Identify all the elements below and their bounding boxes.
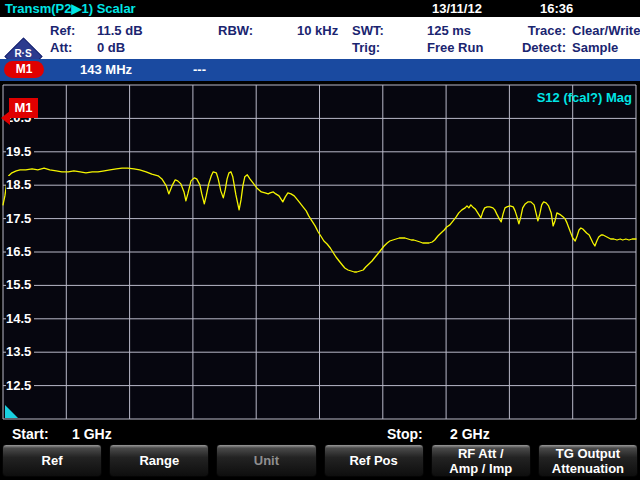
y-tick-label: 15.5	[6, 276, 34, 293]
graph-area: 20.519.518.517.516.515.514.513.512.5 S12…	[0, 0, 640, 480]
y-tick-label: 17.5	[6, 210, 34, 227]
y-tick-label: 19.5	[6, 143, 34, 160]
sweep-corner-icon	[5, 405, 18, 418]
y-tick-label: 13.5	[6, 343, 34, 360]
trace-mode-label: S12 (fcal?) Mag	[537, 90, 632, 105]
instrument-screen: Transm(P2▶1) Scalar 13/11/12 16:36 R·S R…	[0, 0, 640, 480]
y-tick-label: 14.5	[6, 310, 34, 327]
y-tick-label: 16.5	[6, 243, 34, 260]
plot-svg	[0, 0, 640, 480]
y-tick-label: 12.5	[6, 377, 34, 394]
marker-m1-label: M1	[9, 98, 38, 118]
y-tick-label: 18.5	[6, 176, 34, 193]
